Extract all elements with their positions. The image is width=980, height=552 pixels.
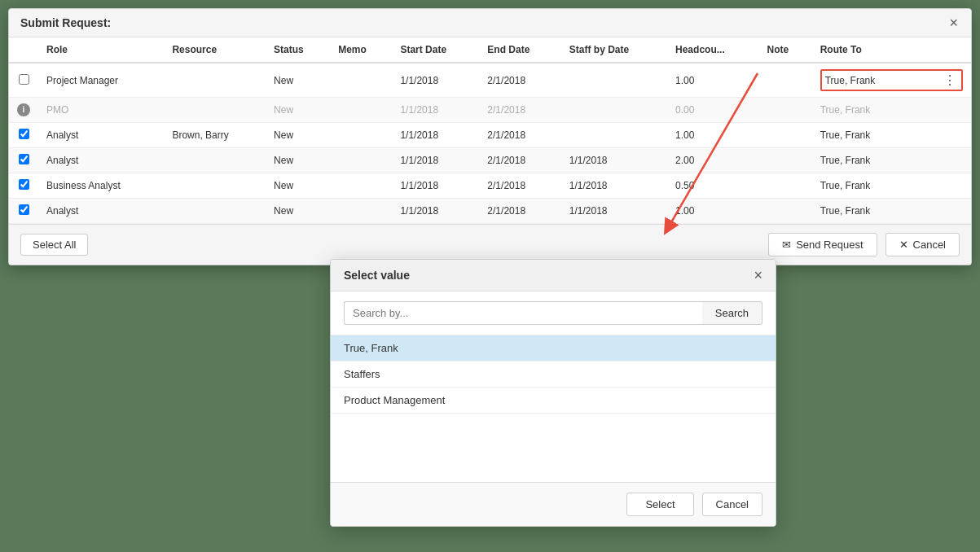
table-row: Business AnalystNew1/1/20182/1/20181/1/2… xyxy=(9,173,971,199)
search-row: Search xyxy=(331,291,776,335)
cell-startDate: 1/1/2018 xyxy=(392,199,479,224)
cell-memo xyxy=(330,173,392,199)
requests-table: Role Resource Status Memo Start Date End… xyxy=(9,37,971,224)
cell-startDate: 1/1/2018 xyxy=(392,98,479,123)
table-header-row: Role Resource Status Memo Start Date End… xyxy=(9,37,971,63)
cell-endDate: 2/1/2018 xyxy=(479,173,560,199)
footer-actions: ✉ Send Request ✕ Cancel xyxy=(768,233,960,256)
route-to-options-button[interactable]: ⋮ xyxy=(942,72,958,88)
value-list-item[interactable]: True, Frank xyxy=(331,335,776,361)
cell-note xyxy=(759,123,812,148)
cell-resource xyxy=(164,98,266,123)
cell-headcount: 0.00 xyxy=(667,98,759,123)
main-modal: Submit Request: × Role Resource Status M… xyxy=(8,8,972,265)
cell-status: New xyxy=(266,199,330,224)
cell-staffByDate xyxy=(561,123,667,148)
main-modal-header: Submit Request: × xyxy=(9,9,971,37)
col-headcount: Headcou... xyxy=(667,37,759,63)
cancel-icon: ✕ xyxy=(899,239,908,251)
col-route-to: Route To xyxy=(812,37,971,63)
col-memo: Memo xyxy=(330,37,392,63)
select-value-header: Select value × xyxy=(331,260,776,291)
cell-staffByDate: 1/1/2018 xyxy=(561,199,667,224)
cell-route-to: True, Frank xyxy=(812,123,971,148)
cell-endDate: 2/1/2018 xyxy=(479,199,560,224)
cell-staffByDate xyxy=(561,63,667,98)
cell-startDate: 1/1/2018 xyxy=(392,63,479,98)
table-row: Project ManagerNew1/1/20182/1/20181.00Tr… xyxy=(9,63,971,98)
select-value-title: Select value xyxy=(344,269,410,282)
cell-resource: Brown, Barry xyxy=(164,123,266,148)
cell-startDate: 1/1/2018 xyxy=(392,173,479,199)
send-icon: ✉ xyxy=(782,239,791,251)
checkbox-cell: i xyxy=(9,98,38,123)
select-cancel-button[interactable]: Cancel xyxy=(702,493,762,516)
checkbox-cell xyxy=(9,148,38,173)
cell-route-to: True, Frank xyxy=(812,199,971,224)
table-row: AnalystBrown, BarryNew1/1/20182/1/20181.… xyxy=(9,123,971,148)
send-request-button[interactable]: ✉ Send Request xyxy=(768,233,877,256)
select-ok-button[interactable]: Select xyxy=(626,493,693,516)
cell-resource xyxy=(164,173,266,199)
cell-startDate: 1/1/2018 xyxy=(392,123,479,148)
col-end-date: End Date xyxy=(479,37,560,63)
cell-memo xyxy=(330,63,392,98)
main-modal-close-button[interactable]: × xyxy=(947,15,960,30)
cell-endDate: 2/1/2018 xyxy=(479,63,560,98)
row-checkbox[interactable] xyxy=(19,179,29,190)
cell-staffByDate xyxy=(561,98,667,123)
cell-headcount: 1.00 xyxy=(667,199,759,224)
col-checkbox xyxy=(9,37,38,63)
cell-resource xyxy=(164,63,266,98)
cell-role: Analyst xyxy=(38,123,164,148)
value-list-item[interactable]: Product Management xyxy=(331,388,776,414)
cell-status: New xyxy=(266,173,330,199)
cell-staffByDate: 1/1/2018 xyxy=(561,148,667,173)
cell-route-to: True, Frank xyxy=(812,173,971,199)
send-request-label: Send Request xyxy=(796,239,863,251)
cell-memo xyxy=(330,123,392,148)
select-value-footer: Select Cancel xyxy=(331,482,776,526)
value-list: True, FrankStaffersProduct Management xyxy=(331,335,776,482)
footer-cancel-button[interactable]: ✕ Cancel xyxy=(886,233,960,256)
table-row: AnalystNew1/1/20182/1/20181/1/20181.00Tr… xyxy=(9,199,971,224)
info-icon: i xyxy=(17,103,30,116)
select-all-button[interactable]: Select All xyxy=(20,234,88,256)
value-list-item[interactable]: Staffers xyxy=(331,361,776,388)
cell-resource xyxy=(164,199,266,224)
main-modal-title: Submit Request: xyxy=(20,16,111,29)
table-container: Role Resource Status Memo Start Date End… xyxy=(9,37,971,224)
row-checkbox[interactable] xyxy=(19,154,29,164)
col-status: Status xyxy=(266,37,330,63)
table-body: Project ManagerNew1/1/20182/1/20181.00Tr… xyxy=(9,63,971,224)
cell-note xyxy=(759,98,812,123)
cell-role: Project Manager xyxy=(38,63,164,98)
col-start-date: Start Date xyxy=(392,37,479,63)
cell-endDate: 2/1/2018 xyxy=(479,123,560,148)
select-value-modal: Select value × Search True, FrankStaffer… xyxy=(330,259,776,527)
checkbox-cell xyxy=(9,63,38,98)
checkbox-cell xyxy=(9,123,38,148)
search-button[interactable]: Search xyxy=(702,301,762,325)
row-checkbox[interactable] xyxy=(19,204,29,215)
cell-resource xyxy=(164,148,266,173)
search-input[interactable] xyxy=(344,301,702,325)
cell-headcount: 0.50 xyxy=(667,173,759,199)
cell-route-to: True, Frank xyxy=(812,148,971,173)
cell-headcount: 2.00 xyxy=(667,148,759,173)
cell-status: New xyxy=(266,148,330,173)
row-checkbox[interactable] xyxy=(19,129,29,139)
cell-endDate: 2/1/2018 xyxy=(479,98,560,123)
row-checkbox[interactable] xyxy=(19,74,29,85)
select-value-close-button[interactable]: × xyxy=(754,268,762,283)
footer-cancel-label: Cancel xyxy=(913,239,946,251)
col-note: Note xyxy=(759,37,812,63)
cell-headcount: 1.00 xyxy=(667,123,759,148)
table-row: iPMONew1/1/20182/1/20180.00True, Frank xyxy=(9,98,971,123)
cell-role: PMO xyxy=(38,98,164,123)
table-row: AnalystNew1/1/20182/1/20181/1/20182.00Tr… xyxy=(9,148,971,173)
cell-staffByDate: 1/1/2018 xyxy=(561,173,667,199)
cell-status: New xyxy=(266,63,330,98)
cell-memo xyxy=(330,148,392,173)
cell-note xyxy=(759,173,812,199)
